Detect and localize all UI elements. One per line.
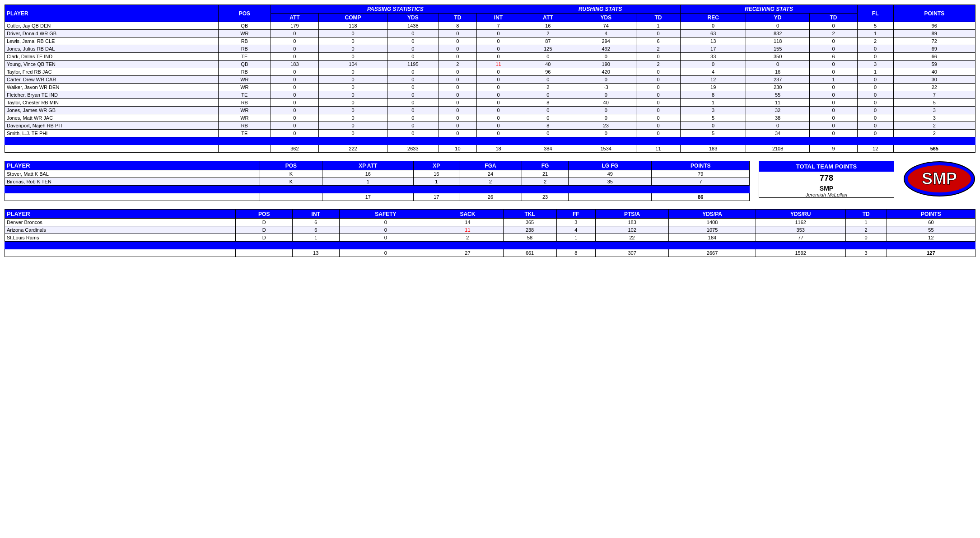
svg-text:SMP: SMP [922, 169, 957, 188]
rec-td-cell: 0 [810, 91, 857, 99]
rush-yds-cell: 23 [576, 122, 636, 130]
rush-att-cell: 2 [520, 30, 576, 37]
rec-cell: 17 [681, 45, 746, 53]
att-cell: 0 [271, 130, 318, 137]
rec-yd-header: YD [746, 14, 810, 22]
k-xp-att: 16 [322, 170, 414, 178]
k-fg: 21 [522, 170, 569, 178]
comp-cell: 0 [318, 122, 387, 130]
k-xp-att: 1 [322, 178, 414, 186]
def-pts-a: 183 [596, 219, 669, 226]
comp-header: COMP [318, 14, 387, 22]
att-cell: 0 [271, 99, 318, 107]
pos-cell: WR [218, 30, 271, 37]
points-cell: 89 [893, 30, 975, 37]
int-cell: 0 [477, 45, 520, 53]
rush-td-cell: 0 [636, 107, 681, 114]
defense-stats-table: PLAYER POS INT SAFETY SACK TKL FF PTS/A … [5, 209, 975, 257]
player-name: Walker, Javon WR DEN [5, 84, 219, 91]
table-row: Jones, James WR GB WR 0 0 0 0 0 0 0 0 3 … [5, 107, 975, 114]
def-ydspa-header: YDS/PA [669, 210, 756, 219]
k-player-header: PLAYER [5, 161, 260, 170]
total-rec-yd: 2108 [746, 145, 810, 153]
rec-td-cell: 0 [810, 37, 857, 45]
points-cell: 3 [893, 107, 975, 114]
pos-cell: RB [218, 99, 271, 107]
rush-att-cell: 0 [520, 76, 576, 84]
k-lgfg-header: LG FG [569, 161, 652, 170]
k-xpatt-header: XP ATT [322, 161, 414, 170]
yds-cell: 0 [387, 122, 439, 130]
def-pos: D [236, 226, 292, 234]
def-tkl: 365 [503, 219, 556, 226]
player-name: Jones, Julius RB DAL [5, 45, 219, 53]
total-rush-td: 11 [636, 145, 681, 153]
table-row: Young, Vince QB TEN QB 183 104 1195 2 11… [5, 61, 975, 68]
total-team-label: TOTAL TEAM POINTS [759, 161, 894, 172]
dt-td: 3 [845, 249, 887, 257]
pos-cell: WR [218, 84, 271, 91]
rush-att-cell: 0 [520, 107, 576, 114]
int-cell: 0 [477, 99, 520, 107]
pos-cell: QB [218, 22, 271, 30]
player-name: Clark, Dallas TE IND [5, 53, 219, 61]
kicker-row: Stover, Matt K BAL K 16 16 24 21 49 79 [5, 170, 750, 178]
td-cell: 0 [439, 37, 476, 45]
rush-yds-cell: 0 [576, 76, 636, 84]
rec-td-cell: 0 [810, 45, 857, 53]
att-cell: 183 [271, 61, 318, 68]
rec-cell: 33 [681, 53, 746, 61]
comp-cell: 0 [318, 84, 387, 91]
points-cell: 69 [893, 45, 975, 53]
td-cell: 0 [439, 45, 476, 53]
yds-cell: 0 [387, 91, 439, 99]
comp-cell: 0 [318, 45, 387, 53]
fl-cell: 0 [857, 76, 893, 84]
points-cell: 2 [893, 130, 975, 137]
player-name: Cutler, Jay QB DEN [5, 22, 219, 30]
def-safety-header: SAFETY [339, 210, 432, 219]
yds-cell: 0 [387, 99, 439, 107]
td-cell: 0 [439, 107, 476, 114]
dt-pts-a: 307 [596, 249, 669, 257]
player-name: Taylor, Fred RB JAC [5, 68, 219, 76]
td-header: TD [439, 14, 476, 22]
rec-td-cell: 2 [810, 30, 857, 37]
fl-cell: 0 [857, 114, 893, 122]
points-cell: 96 [893, 22, 975, 30]
td-cell: 0 [439, 76, 476, 84]
td-cell: 0 [439, 122, 476, 130]
rec-yd-cell: 230 [746, 84, 810, 91]
table-row: Taylor, Fred RB JAC RB 0 0 0 0 0 96 420 … [5, 68, 975, 76]
att-cell: 0 [271, 114, 318, 122]
def-points-header: POINTS [887, 210, 975, 219]
table-row: Jones, Matt WR JAC WR 0 0 0 0 0 0 0 0 5 … [5, 114, 975, 122]
int-cell: 7 [477, 22, 520, 30]
rec-cell: 0 [681, 61, 746, 68]
player-name: Carter, Drew WR CAR [5, 76, 219, 84]
total-team-value: 778 [759, 172, 894, 185]
rec-yd-cell: 155 [746, 45, 810, 53]
rush-yds-cell: 0 [576, 130, 636, 137]
manager-name: Jeremiah McLellan [759, 192, 894, 197]
points-cell: 59 [893, 61, 975, 68]
fl-cell: 0 [857, 107, 893, 114]
rush-yds-cell: 0 [576, 91, 636, 99]
pos-cell: WR [218, 76, 271, 84]
rec-td-cell: 0 [810, 84, 857, 91]
rush-yds-cell: 0 [576, 114, 636, 122]
rush-att-cell: 16 [520, 22, 576, 30]
table-row: Fletcher, Bryan TE IND TE 0 0 0 0 0 0 0 … [5, 91, 975, 99]
dt-ff: 8 [556, 249, 595, 257]
points-cell: 5 [893, 99, 975, 107]
rec-td-cell: 0 [810, 99, 857, 107]
rec-yd-cell: 832 [746, 30, 810, 37]
def-sack-cell: 14 [432, 219, 503, 226]
def-points: 60 [887, 219, 975, 226]
k-pos: K [260, 178, 322, 186]
def-ff: 1 [556, 234, 595, 242]
yds-cell: 0 [387, 30, 439, 37]
pos-header: POS [218, 5, 271, 22]
def-ptsa-header: PTS/A [596, 210, 669, 219]
dt-sack: 27 [432, 249, 503, 257]
